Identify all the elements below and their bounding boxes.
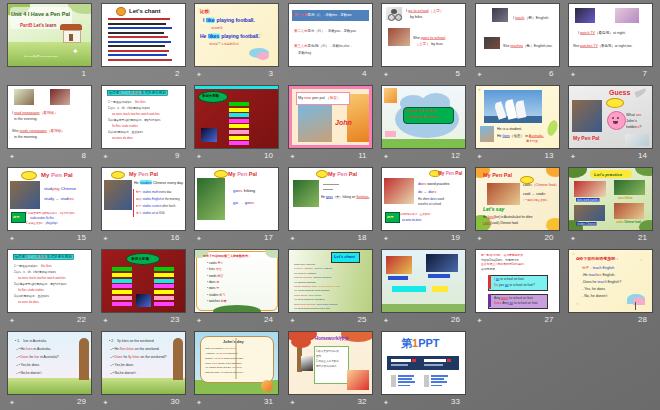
text-lines bbox=[398, 375, 415, 388]
animation-indicator-icon[interactable]: ✦ bbox=[103, 317, 109, 324]
box-tab bbox=[488, 275, 491, 289]
slide-thumbnail[interactable]: 单词大变脸 bbox=[102, 250, 185, 312]
animation-indicator-icon[interactable]: ✦ bbox=[383, 399, 389, 406]
photo-hiking bbox=[197, 178, 225, 220]
slide-footer: ✦22 bbox=[8, 312, 91, 328]
text-part: stud bbox=[44, 186, 52, 191]
star-decor: ✦ bbox=[575, 300, 580, 308]
slide-thumbnail[interactable]: 变一般疑问句时，动词要变回原形，句首加Do或Does，句尾用问号。主语是第三人称… bbox=[476, 250, 559, 312]
animation-indicator-icon[interactable]: ✦ bbox=[383, 317, 389, 324]
slide-thumbnail[interactable] bbox=[382, 250, 465, 312]
animation-indicator-icon[interactable]: ✦ bbox=[196, 399, 202, 406]
slide-thumbnail[interactable]: 动词变第三人称单数形式的变化规则1.一般在动词后加s。 like-likes2.… bbox=[8, 250, 91, 312]
slide-thumbnail[interactable]: My Pen Palstudying Chinesestudy → studie… bbox=[8, 168, 91, 230]
slide-thumbnail[interactable]: My new pen pal （笔友）John bbox=[289, 86, 372, 148]
animation-indicator-icon[interactable]: ✦ bbox=[290, 317, 296, 324]
text-part: Chinese bbox=[60, 186, 77, 191]
slide-thumbnail[interactable]: Unit 4 I Have a Pen PalPartB Let's learn… bbox=[8, 4, 91, 66]
animation-indicator-icon[interactable]: ✦ bbox=[9, 399, 15, 406]
slide-thumbnail[interactable]: I read newspaper（看报纸）in the evening.She … bbox=[8, 86, 91, 148]
animation-indicator-icon[interactable]: ✦ bbox=[196, 153, 202, 160]
slide-thumbnail[interactable]: I teach（教）English.She teaches（教）English,… bbox=[476, 4, 559, 66]
slide-thumbnail[interactable]: My Pen PalHe goes（去）hiking on Sundays. bbox=[289, 168, 372, 230]
slide-number: 2 bbox=[175, 70, 179, 78]
animation-indicator-icon[interactable]: ✦ bbox=[570, 153, 576, 160]
text-part: live in Australia bbox=[23, 339, 46, 343]
animation-indicator-icon[interactable]: ✦ bbox=[103, 235, 109, 242]
animation-indicator-icon[interactable]: ✦ bbox=[570, 71, 576, 78]
slide-thumbnail[interactable]: I watch TV（看电视）at night.She watches TV（看… bbox=[569, 4, 652, 66]
slide-thumbnail[interactable]: My Pen Palgoes hikinggo → goes bbox=[195, 168, 278, 230]
text-part: Does bbox=[494, 301, 501, 305]
text-part: Does bbox=[21, 355, 29, 359]
slide-thumbnail[interactable]: My Pen Paldoes word puzzlesdo → doesHe o… bbox=[382, 168, 465, 230]
animation-indicator-icon[interactable]: ✦ bbox=[290, 399, 296, 406]
slide-thumbnail[interactable]: • 1、 live in Australia→• He lives in Aus… bbox=[8, 332, 91, 394]
slide-thumbnail[interactable]: • 2、 fly kites on the weekend→• He flies… bbox=[102, 332, 185, 394]
text-line-bar bbox=[154, 273, 174, 277]
slide-thumbnail[interactable]: My Pen PalHe studies Chinese every day.数… bbox=[102, 168, 185, 230]
slide-thumbnail[interactable]: 第1PPT bbox=[382, 332, 465, 394]
animation-indicator-icon[interactable]: ✦ bbox=[196, 71, 202, 78]
slide-thumbnail[interactable]: Do you want to knowsomething about him? bbox=[382, 86, 465, 148]
animation-indicator-icon[interactable]: ✦ bbox=[196, 317, 202, 324]
slide-thumbnail[interactable]: My Pen Palcooks（Chinese food）cook → cook… bbox=[476, 168, 559, 230]
animation-indicator-icon[interactable]: ✦ bbox=[570, 235, 576, 242]
slide-text: I go to school（上学） bbox=[406, 8, 444, 13]
photo-hiking bbox=[614, 180, 645, 195]
smiley-mouth bbox=[613, 121, 618, 124]
photo-boy bbox=[480, 126, 494, 142]
text-part: playing football. bbox=[220, 34, 260, 40]
text-part: 2.用第三人称单数向 bbox=[316, 359, 339, 362]
slide-thumbnail[interactable]: 写出下列动词的第三人称单数形式：• cooks 烹饪• lives 居住• re… bbox=[195, 250, 278, 312]
slide-thumbnail[interactable]: Homework/作业1.给今天所学的短语造句。2.用第三人称单数向同学介绍你的… bbox=[289, 332, 372, 394]
slide-thumbnail[interactable]: 第一人称是我（I），单数me，复数we第二人称是你（们），单数you，复数you… bbox=[289, 4, 372, 66]
slide-thumbnail[interactable]: Let's chant bbox=[102, 4, 185, 66]
animation-indicator-icon[interactable]: ✦ bbox=[290, 153, 296, 160]
slide-thumbnail[interactable]: Let's chantJohn is my pen pal.Lives in A… bbox=[289, 250, 372, 312]
text-part: fly-flies study-studies bbox=[18, 288, 44, 291]
animation-indicator-icon[interactable]: ✦ bbox=[383, 235, 389, 242]
slide-thumbnail[interactable]: 单词大变脸 bbox=[195, 86, 278, 148]
slide-thumbnail[interactable]: John's dayJohn is a student. He lives in… bbox=[195, 332, 278, 394]
animation-indicator-icon[interactable]: ✦ bbox=[383, 71, 389, 78]
text-line-bar bbox=[229, 119, 249, 123]
leaf-decor bbox=[569, 168, 587, 178]
text-line-bar bbox=[398, 375, 414, 377]
animation-indicator-icon[interactable]: ✦ bbox=[196, 235, 202, 242]
slide-number: 10 bbox=[264, 152, 273, 160]
slide-thumbnail[interactable]: GuessWhat areJohn'shobbies?My Pen Pal bbox=[569, 86, 652, 148]
animation-indicator-icon[interactable]: ✦ bbox=[9, 317, 15, 324]
slide-text: study → studies bbox=[44, 196, 74, 201]
text-part: （教）English. bbox=[524, 15, 549, 20]
text-part: go bbox=[509, 301, 513, 305]
animation-indicator-icon[interactable]: ✦ bbox=[290, 235, 296, 242]
animation-indicator-icon[interactable]: ✦ bbox=[477, 235, 483, 242]
slide-thumbnail[interactable]: ✦✦He is a student.He lives（住在） in Austra… bbox=[476, 86, 559, 148]
animation-indicator-icon[interactable]: ✦ bbox=[477, 317, 483, 324]
animation-indicator-icon[interactable]: ✦ bbox=[383, 153, 389, 160]
slide-thumbnail[interactable]: Let's practicedoes word puzzlesgoes hiki… bbox=[569, 168, 652, 230]
slide-text: fly-flies study-studies bbox=[112, 124, 138, 128]
slide-thumbnail[interactable]: ✦ ✦✦比较:I like playing football.动词原形He li… bbox=[195, 4, 278, 66]
animation-indicator-icon[interactable]: ✦ bbox=[103, 153, 109, 160]
text-part: He bbox=[321, 195, 326, 199]
animation-indicator-icon[interactable]: ✦ bbox=[477, 153, 483, 160]
slide-thumbnail[interactable]: ✦✦✦✿给下面的短语变身吧：例子：teach English-He teache… bbox=[569, 250, 652, 312]
animation-indicator-icon[interactable]: ✦ bbox=[103, 399, 109, 406]
slide-number: 5 bbox=[456, 70, 460, 78]
title: Let's chant bbox=[334, 254, 355, 259]
animation-indicator-icon[interactable]: ✦ bbox=[477, 71, 483, 78]
text-part: - No, he doesn't bbox=[582, 293, 607, 298]
text-part: 数学 bbox=[136, 190, 142, 193]
slide-text: →• He flies kites on the weekend. bbox=[109, 347, 160, 351]
text-part: →• No,he doesn't. bbox=[109, 371, 136, 375]
animation-indicator-icon[interactable]: ✦ bbox=[9, 153, 15, 160]
slide-text: in the morning. bbox=[14, 134, 38, 139]
slide-thumbnail[interactable]: I go to school（上学）by bike.She goes to sc… bbox=[382, 4, 465, 66]
slide-thumbnail[interactable]: 动词变第三人称单数形式的变化规则1.一般在动词后加s。 like-likes2.… bbox=[102, 86, 185, 148]
animation-indicator-icon[interactable]: ✦ bbox=[9, 235, 15, 242]
text-part: to school on foot. bbox=[499, 277, 524, 281]
text-part: ying bbox=[52, 186, 60, 191]
subtitle: PartB Let's learn bbox=[20, 23, 56, 29]
